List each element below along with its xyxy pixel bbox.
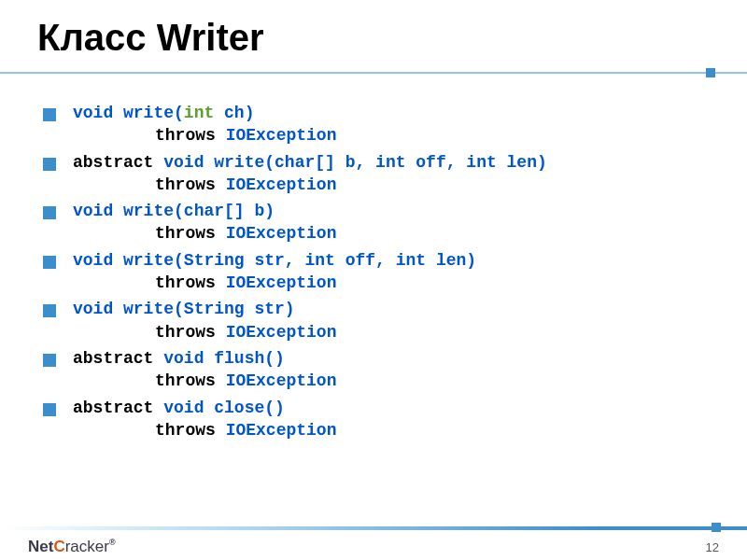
title-divider (37, 68, 710, 79)
logo-racker: racker (65, 538, 109, 555)
page-number: 12 (706, 540, 719, 554)
method-signature: void write(char[] b) (73, 200, 710, 222)
logo-c: C (53, 538, 64, 555)
method-signature: abstract void flush() (73, 347, 710, 370)
throws-clause: throws IOException (73, 124, 710, 147)
methods-list-container: void write(int ch)throws IOExceptionabst… (37, 102, 710, 441)
logo-reg: ® (109, 538, 116, 547)
method-signature: void write(String str, int off, int len) (73, 249, 710, 272)
list-item: abstract void flush()throws IOException (43, 347, 710, 393)
methods-list: void write(int ch)throws IOExceptionabst… (43, 102, 710, 441)
list-item: void write(char[] b)throws IOException (43, 200, 710, 245)
list-item: void write(String str, int off, int len)… (43, 249, 710, 295)
throws-clause: throws IOException (73, 370, 710, 392)
list-item: void write(String str)throws IOException (43, 298, 710, 343)
footer-divider (0, 525, 747, 532)
method-signature: abstract void close() (73, 397, 710, 419)
logo-net: Net (28, 538, 53, 555)
list-item: abstract void write(char[] b, int off, i… (43, 151, 710, 197)
throws-clause: throws IOException (73, 321, 710, 343)
logo: NetCracker® (28, 538, 116, 556)
list-item: abstract void close()throws IOException (43, 397, 710, 442)
throws-clause: throws IOException (73, 419, 710, 441)
throws-clause: throws IOException (73, 174, 710, 196)
footer: NetCracker® 12 (0, 534, 747, 556)
throws-clause: throws IOException (73, 222, 710, 245)
page-title: Класс Writer (37, 17, 710, 59)
method-signature: abstract void write(char[] b, int off, i… (73, 151, 710, 174)
method-signature: void write(String str) (73, 298, 710, 320)
list-item: void write(int ch)throws IOException (43, 102, 710, 147)
method-signature: void write(int ch) (73, 102, 710, 124)
throws-clause: throws IOException (73, 272, 710, 294)
